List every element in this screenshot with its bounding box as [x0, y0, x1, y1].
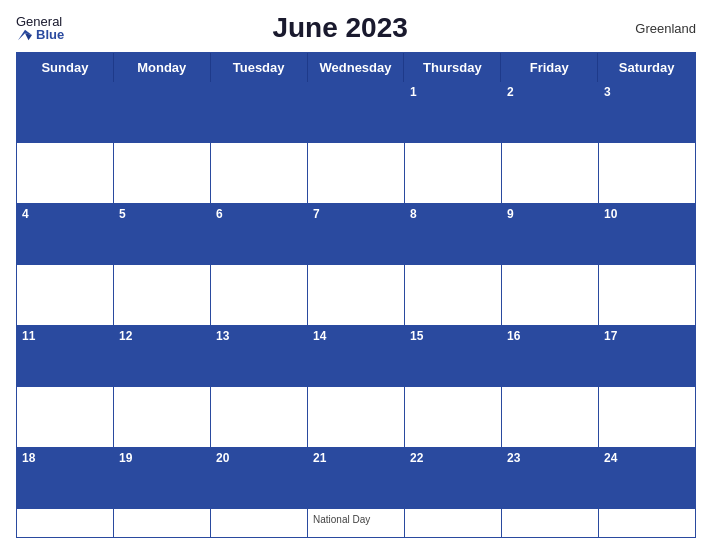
calendar-cell-w7-d2: [211, 509, 308, 538]
calendar-cell-w4-d0: 11: [17, 326, 114, 386]
day-number: 18: [22, 451, 108, 465]
calendar-cell-w0-d1: [114, 82, 211, 142]
calendar-cell-w5-d6: [599, 387, 695, 447]
day-number: 10: [604, 207, 690, 221]
calendar-cell-w2-d0: 4: [17, 204, 114, 264]
day-number: 7: [313, 207, 399, 221]
region-label: Greenland: [616, 21, 696, 36]
day-number: 21: [313, 451, 399, 465]
calendar-cell-w2-d3: 7: [308, 204, 405, 264]
day-number: 11: [22, 329, 108, 343]
calendar-week-4: 11121314151617: [17, 325, 695, 386]
calendar-cell-w0-d4: 1: [405, 82, 502, 142]
event-label: National Day: [313, 514, 399, 525]
calendar-week-6: 18192021222324: [17, 447, 695, 508]
calendar-cell-w4-d6: 17: [599, 326, 695, 386]
calendar-cell-w3-d6: [599, 265, 695, 325]
day-number: 13: [216, 329, 302, 343]
calendar-cell-w7-d0: [17, 509, 114, 538]
calendar-cell-w3-d3: [308, 265, 405, 325]
calendar-cell-w7-d4: [405, 509, 502, 538]
day-number: 3: [604, 85, 690, 99]
day-number: 15: [410, 329, 496, 343]
logo-blue-text: Blue: [16, 28, 64, 42]
calendar-cell-w6-d2: 20: [211, 448, 308, 508]
calendar-cell-w4-d3: 14: [308, 326, 405, 386]
calendar-cell-w0-d6: 3: [599, 82, 695, 142]
calendar-week-0: 123: [17, 82, 695, 142]
weekday-sunday: Sunday: [17, 53, 114, 82]
weekday-saturday: Saturday: [598, 53, 695, 82]
calendar-cell-w5-d5: [502, 387, 599, 447]
calendar-cell-w0-d0: [17, 82, 114, 142]
day-number: 24: [604, 451, 690, 465]
day-number: 16: [507, 329, 593, 343]
day-number: 17: [604, 329, 690, 343]
calendar-cell-w6-d6: 24: [599, 448, 695, 508]
calendar-cell-w5-d2: [211, 387, 308, 447]
calendar-cell-w2-d5: 9: [502, 204, 599, 264]
calendar-cell-w3-d1: [114, 265, 211, 325]
calendar-cell-w1-d0: [17, 143, 114, 203]
calendar-cell-w5-d1: [114, 387, 211, 447]
weekday-friday: Friday: [501, 53, 598, 82]
calendar-cell-w1-d6: [599, 143, 695, 203]
day-number: 20: [216, 451, 302, 465]
calendar-cell-w7-d3: National Day: [308, 509, 405, 538]
calendar-cell-w4-d1: 12: [114, 326, 211, 386]
calendar-header: Sunday Monday Tuesday Wednesday Thursday…: [17, 53, 695, 82]
calendar-cell-w2-d6: 10: [599, 204, 695, 264]
day-number: 23: [507, 451, 593, 465]
calendar-cell-w6-d0: 18: [17, 448, 114, 508]
calendar-cell-w4-d5: 16: [502, 326, 599, 386]
calendar-cell-w2-d2: 6: [211, 204, 308, 264]
calendar-cell-w7-d5: [502, 509, 599, 538]
calendar-cell-w2-d1: 5: [114, 204, 211, 264]
weekday-wednesday: Wednesday: [308, 53, 405, 82]
day-number: 22: [410, 451, 496, 465]
calendar-cell-w6-d5: 23: [502, 448, 599, 508]
day-number: 2: [507, 85, 593, 99]
calendar-cell-w6-d3: 21: [308, 448, 405, 508]
calendar: Sunday Monday Tuesday Wednesday Thursday…: [16, 52, 696, 538]
calendar-cell-w0-d3: [308, 82, 405, 142]
calendar-cell-w2-d4: 8: [405, 204, 502, 264]
calendar-cell-w3-d4: [405, 265, 502, 325]
day-number: 4: [22, 207, 108, 221]
calendar-cell-w4-d4: 15: [405, 326, 502, 386]
calendar-cell-w1-d3: [308, 143, 405, 203]
logo-bird-icon: [16, 28, 34, 42]
calendar-week-1: [17, 142, 695, 203]
day-number: 1: [410, 85, 496, 99]
calendar-cell-w4-d2: 13: [211, 326, 308, 386]
calendar-week-7: National Day: [17, 508, 695, 538]
calendar-week-5: [17, 386, 695, 447]
calendar-cell-w1-d4: [405, 143, 502, 203]
calendar-cell-w7-d1: [114, 509, 211, 538]
calendar-cell-w0-d2: [211, 82, 308, 142]
day-number: 5: [119, 207, 205, 221]
logo-general-text: General: [16, 15, 62, 28]
calendar-cell-w1-d5: [502, 143, 599, 203]
day-number: 9: [507, 207, 593, 221]
calendar-cell-w3-d0: [17, 265, 114, 325]
calendar-cell-w5-d4: [405, 387, 502, 447]
calendar-cell-w7-d6: [599, 509, 695, 538]
calendar-title: June 2023: [64, 12, 616, 44]
calendar-cell-w6-d1: 19: [114, 448, 211, 508]
day-number: 12: [119, 329, 205, 343]
calendar-week-2: 45678910: [17, 203, 695, 264]
day-number: 8: [410, 207, 496, 221]
calendar-cell-w3-d5: [502, 265, 599, 325]
day-number: 19: [119, 451, 205, 465]
calendar-cell-w3-d2: [211, 265, 308, 325]
day-number: 14: [313, 329, 399, 343]
calendar-cell-w6-d4: 22: [405, 448, 502, 508]
weekday-monday: Monday: [114, 53, 211, 82]
weekday-thursday: Thursday: [404, 53, 501, 82]
calendar-cell-w1-d1: [114, 143, 211, 203]
calendar-cell-w5-d0: [17, 387, 114, 447]
logo: General Blue: [16, 15, 64, 42]
calendar-cell-w1-d2: [211, 143, 308, 203]
day-number: 6: [216, 207, 302, 221]
